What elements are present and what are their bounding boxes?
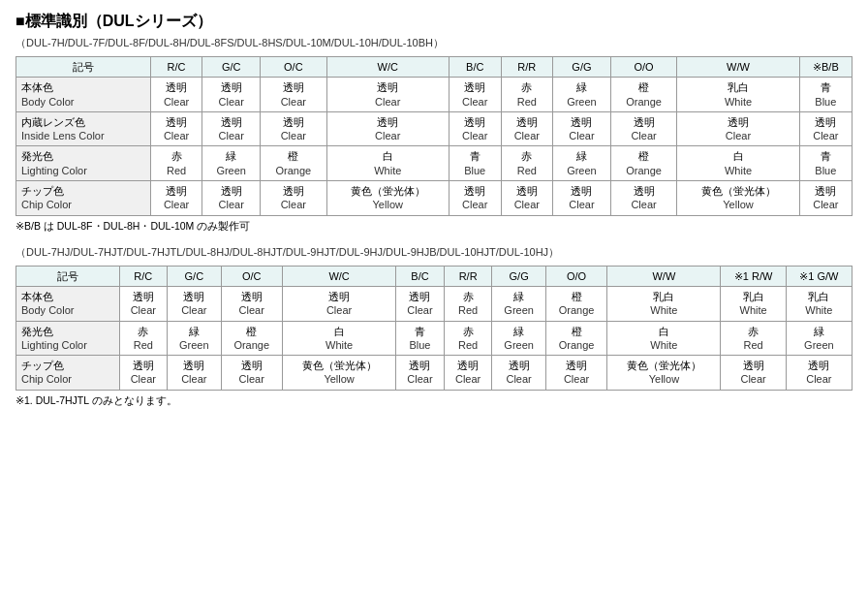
cell-r2-c4: 透明Clear <box>396 356 445 391</box>
col-header-3: O/C <box>261 57 327 78</box>
cell-r2-c10: 透明Clear <box>786 356 852 391</box>
cell-r1-c2: 橙Orange <box>221 321 283 356</box>
cell-r0-c2: 透明Clear <box>261 78 327 112</box>
cell-r1-c3: 白White <box>283 321 396 356</box>
col-header-5: B/C <box>396 266 445 286</box>
cell-r0-c4: 透明Clear <box>449 78 501 112</box>
col-header-11: ※1 G/W <box>786 266 852 286</box>
cell-r2-c8: 黄色（蛍光体）Yellow <box>607 356 721 391</box>
cell-r1-c8: 白White <box>607 321 721 356</box>
cell-r0-c8: 乳白White <box>607 286 721 321</box>
cell-r3-c1: 透明Clear <box>202 181 261 216</box>
cell-r1-c3: 透明Clear <box>326 111 449 146</box>
cell-r0-c0: 透明Clear <box>119 286 168 321</box>
cell-r2-c7: 透明Clear <box>545 356 607 391</box>
cell-r0-c4: 透明Clear <box>396 286 445 321</box>
cell-r1-c1: 透明Clear <box>202 111 261 146</box>
cell-r2-c6: 透明Clear <box>492 356 545 391</box>
col-header-0: 記号 <box>16 266 120 286</box>
cell-r0-c6: 緑Green <box>553 78 611 112</box>
col-header-10: ※B/B <box>799 57 852 78</box>
cell-r0-c9: 青Blue <box>799 78 852 112</box>
cell-r1-c6: 透明Clear <box>553 111 611 146</box>
col-header-6: R/R <box>444 266 492 286</box>
cell-r2-c5: 赤Red <box>501 146 553 181</box>
table-row: チップ色Chip Color透明Clear透明Clear透明Clear黄色（蛍光… <box>16 181 852 216</box>
cell-r2-c0: 透明Clear <box>119 356 168 391</box>
cell-r1-c5: 透明Clear <box>501 111 553 146</box>
cell-r0-c1: 透明Clear <box>202 78 261 112</box>
table-row: 発光色Lighting Color赤Red緑Green橙Orange白White… <box>16 321 852 356</box>
col-header-5: B/C <box>449 57 501 78</box>
cell-r2-c3: 白White <box>326 146 449 181</box>
cell-r2-c1: 透明Clear <box>168 356 221 391</box>
cell-r0-c2: 透明Clear <box>221 286 283 321</box>
col-header-10: ※1 R/W <box>721 266 786 286</box>
cell-r1-c0: 透明Clear <box>150 111 202 146</box>
col-header-8: O/O <box>545 266 607 286</box>
table1: 記号R/CG/CO/CW/CB/CR/RG/GO/OW/W※B/B 本体色Bod… <box>16 56 852 216</box>
cell-r3-c3: 黄色（蛍光体）Yellow <box>326 181 449 216</box>
cell-r1-c2: 透明Clear <box>261 111 327 146</box>
row-header-0: 本体色Body Color <box>16 78 151 112</box>
cell-r0-c3: 透明Clear <box>326 78 449 112</box>
cell-r2-c2: 橙Orange <box>261 146 327 181</box>
row-header-2: 発光色Lighting Color <box>16 146 151 181</box>
cell-r3-c5: 透明Clear <box>501 181 553 216</box>
table-row: チップ色Chip Color透明Clear透明Clear透明Clear黄色（蛍光… <box>16 356 852 391</box>
cell-r1-c10: 緑Green <box>786 321 852 356</box>
table1-subtitle: （DUL-7H/DUL-7F/DUL-8F/DUL-8H/DUL-8FS/DUL… <box>16 36 852 50</box>
col-header-0: 記号 <box>16 57 151 78</box>
col-header-3: O/C <box>221 266 283 286</box>
cell-r1-c7: 橙Orange <box>545 321 607 356</box>
cell-r1-c4: 透明Clear <box>449 111 501 146</box>
cell-r0-c0: 透明Clear <box>150 78 202 112</box>
cell-r2-c1: 緑Green <box>202 146 261 181</box>
table2-subtitle: （DUL-7HJ/DUL-7HJT/DUL-7HJTL/DUL-8HJ/DUL-… <box>16 245 852 260</box>
cell-r2-c5: 透明Clear <box>444 356 492 391</box>
col-header-7: G/G <box>553 57 611 78</box>
cell-r1-c9: 透明Clear <box>799 111 852 146</box>
col-header-1: R/C <box>150 57 202 78</box>
cell-r0-c10: 乳白White <box>786 286 852 321</box>
cell-r3-c0: 透明Clear <box>150 181 202 216</box>
cell-r0-c6: 緑Green <box>492 286 545 321</box>
col-header-1: R/C <box>119 266 168 286</box>
cell-r0-c5: 赤Red <box>501 78 553 112</box>
col-header-9: W/W <box>677 57 799 78</box>
cell-r1-c6: 緑Green <box>492 321 545 356</box>
cell-r0-c3: 透明Clear <box>283 286 396 321</box>
cell-r2-c3: 黄色（蛍光体）Yellow <box>283 356 396 391</box>
col-header-9: W/W <box>607 266 721 286</box>
col-header-4: W/C <box>283 266 396 286</box>
table-row: 内蔵レンズ色Inside Lens Color透明Clear透明Clear透明C… <box>16 111 852 146</box>
col-header-2: G/C <box>202 57 261 78</box>
cell-r0-c5: 赤Red <box>444 286 492 321</box>
table2-note: ※1. DUL-7HJTL のみとなります。 <box>16 394 852 408</box>
cell-r2-c9: 青Blue <box>799 146 852 181</box>
cell-r3-c8: 黄色（蛍光体）Yellow <box>677 181 799 216</box>
cell-r2-c8: 白White <box>677 146 799 181</box>
col-header-8: O/O <box>610 57 677 78</box>
cell-r3-c2: 透明Clear <box>261 181 327 216</box>
cell-r0-c7: 橙Orange <box>545 286 607 321</box>
cell-r2-c2: 透明Clear <box>221 356 283 391</box>
cell-r2-c4: 青Blue <box>449 146 501 181</box>
page-title: ■標準識別（DULシリーズ） <box>16 12 852 32</box>
row-header-1: 発光色Lighting Color <box>16 321 120 356</box>
col-header-6: R/R <box>501 57 553 78</box>
cell-r1-c4: 青Blue <box>396 321 445 356</box>
table2: 記号R/CG/CO/CW/CB/CR/RG/GO/OW/W※1 R/W※1 G/… <box>16 266 852 391</box>
cell-r1-c0: 赤Red <box>119 321 168 356</box>
cell-r0-c9: 乳白White <box>721 286 786 321</box>
row-header-1: 内蔵レンズ色Inside Lens Color <box>16 111 151 146</box>
cell-r1-c9: 赤Red <box>721 321 786 356</box>
cell-r0-c8: 乳白White <box>677 78 799 112</box>
cell-r3-c4: 透明Clear <box>449 181 501 216</box>
cell-r1-c8: 透明Clear <box>677 111 799 146</box>
row-header-0: 本体色Body Color <box>16 286 120 321</box>
cell-r2-c9: 透明Clear <box>721 356 786 391</box>
table-row: 発光色Lighting Color赤Red緑Green橙Orange白White… <box>16 146 852 181</box>
table1-note: ※B/B は DUL-8F・DUL-8H・DUL-10M のみ製作可 <box>16 220 852 234</box>
row-header-3: チップ色Chip Color <box>16 181 151 216</box>
